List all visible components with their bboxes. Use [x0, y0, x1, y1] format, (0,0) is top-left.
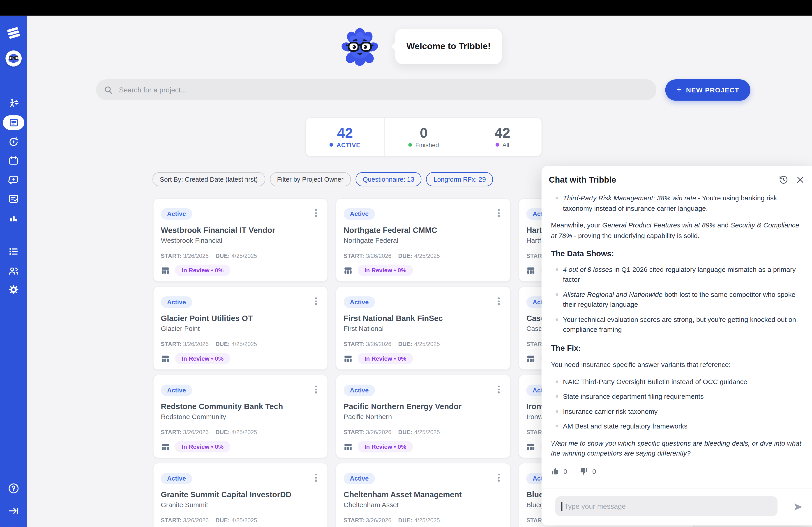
project-card[interactable]: Active Redstone Community Bank Tech Reds…	[153, 375, 328, 458]
card-menu-button[interactable]	[494, 473, 503, 483]
due-label: DUE:	[215, 517, 230, 523]
sync-sparkle-icon[interactable]	[8, 136, 19, 148]
sort-by-label: Sort By: Created Date (latest first)	[160, 176, 258, 183]
bullet-dot	[555, 197, 558, 199]
status-badge: Active	[344, 208, 375, 220]
team-people-icon[interactable]	[8, 265, 19, 276]
chat-bullet: State insurance department filing requir…	[551, 391, 801, 402]
project-card[interactable]: Active Granite Summit Capital InvestorDD…	[153, 463, 328, 527]
status-badge: Active	[344, 297, 375, 308]
start-value: 3/26/2026	[183, 429, 209, 435]
analytics-bars-icon[interactable]	[8, 213, 19, 223]
chat-text: The Data Shows:	[551, 249, 614, 258]
project-card[interactable]: Active Glacier Point Utilities OT Glacie…	[153, 286, 328, 370]
project-title: Granite Summit Capital InvestorDD	[161, 490, 320, 499]
tribble-logo-icon[interactable]	[6, 26, 21, 40]
bullet-dot	[555, 395, 558, 398]
project-org: Cheltenham Asset	[344, 501, 503, 509]
status-badge: Active	[344, 385, 375, 396]
project-org: Pacific Northern	[344, 413, 503, 421]
candidates-icon[interactable]	[8, 97, 19, 109]
card-menu-button[interactable]	[312, 208, 320, 219]
start-value: 3/26/2026	[183, 517, 209, 523]
logout-icon[interactable]	[8, 505, 19, 517]
project-org: Glacier Point	[161, 325, 320, 332]
project-org: Northgate Federal	[344, 237, 503, 244]
project-card[interactable]: Active Pacific Northern Energy Vendor Pa…	[336, 375, 511, 458]
assistant-avatar[interactable]	[5, 50, 21, 66]
project-search[interactable]	[96, 79, 656, 100]
chat-history-icon[interactable]	[779, 175, 788, 185]
calendar-icon[interactable]	[8, 155, 19, 166]
send-icon[interactable]	[793, 501, 804, 513]
project-title: Cheltenham Asset Management	[344, 490, 503, 499]
sort-by-chip[interactable]: Sort By: Created Date (latest first)	[153, 172, 265, 186]
longform-chip[interactable]: Longform RFx: 29	[426, 172, 493, 186]
assistant-chat-icon[interactable]	[8, 174, 19, 186]
stat-active[interactable]: 42 ACTIVE	[306, 118, 385, 156]
settings-gear-icon[interactable]	[8, 284, 19, 295]
table-icon	[526, 354, 535, 363]
card-menu-button[interactable]	[494, 208, 503, 219]
card-menu-button[interactable]	[494, 385, 503, 395]
new-project-button[interactable]: + NEW PROJECT	[665, 79, 750, 101]
project-card[interactable]: Active Westbrook Financial IT Vendor Wes…	[153, 198, 328, 282]
start-label: START:	[161, 253, 182, 259]
plus-icon: +	[677, 85, 682, 95]
chat-message-input[interactable]	[563, 502, 771, 511]
chat-text: 4 out of 8 losses	[563, 265, 612, 273]
chat-close-icon[interactable]	[796, 175, 804, 184]
due-label: DUE:	[398, 341, 412, 347]
search-input[interactable]	[118, 86, 649, 94]
thumbs-down-icon[interactable]	[580, 467, 588, 476]
card-menu-button[interactable]	[312, 385, 320, 395]
project-title: Glacier Point Utilities OT	[161, 314, 320, 322]
status-badge: Active	[161, 208, 192, 220]
stat-all[interactable]: 42 All	[463, 118, 541, 156]
bullet-dot	[555, 293, 558, 296]
start-label: START:	[344, 429, 364, 435]
thumbs-up-icon[interactable]	[551, 467, 559, 476]
filter-chips: Sort By: Created Date (latest first) Fil…	[153, 172, 493, 186]
review-progress-badge: In Review • 0%	[358, 265, 413, 276]
card-menu-button[interactable]	[312, 473, 320, 483]
status-badge: Active	[161, 385, 192, 396]
bullet-dot	[555, 318, 558, 321]
start-label: START:	[161, 341, 182, 347]
card-menu-button[interactable]	[494, 297, 503, 307]
project-card[interactable]: Active Northgate Federal CMMC Northgate …	[336, 198, 511, 282]
project-dates: START: 3/26/2026 DUE: 4/25/2025	[344, 253, 503, 259]
start-value: 3/26/2026	[366, 341, 391, 347]
bullet-dot	[555, 425, 558, 427]
project-card[interactable]: Active Cheltenham Asset Management Chelt…	[336, 463, 511, 527]
queue-list-icon[interactable]	[8, 246, 19, 257]
table-icon	[344, 354, 352, 363]
top-black-bar	[0, 0, 812, 16]
forms-checklist-icon[interactable]	[8, 193, 19, 205]
review-progress-badge: In Review • 0%	[358, 353, 413, 364]
due-value: 4/25/2025	[414, 517, 440, 523]
tribble-mascot	[340, 27, 379, 67]
chat-text: Want me to show you which specific quest…	[551, 439, 801, 457]
finished-dot	[408, 143, 412, 147]
chat-input-box[interactable]	[555, 496, 778, 516]
project-dates: START: 3/26/2026 DUE: 4/25/2025	[161, 341, 320, 347]
sidebar-item-projects-active[interactable]	[3, 116, 24, 130]
stat-finished[interactable]: 0 Finished	[384, 118, 463, 156]
stat-active-label: ACTIVE	[336, 141, 360, 148]
chat-text: State insurance department filing requir…	[563, 392, 704, 400]
chat-text: You need insurance-specific answer varia…	[551, 361, 730, 368]
card-menu-button[interactable]	[312, 297, 320, 307]
project-title: Pacific Northern Energy Vendor	[344, 402, 503, 411]
chat-paragraph: Meanwhile, your General Product Features…	[551, 220, 801, 241]
project-org: Granite Summit	[161, 501, 320, 509]
project-org: Westbrook Financial	[161, 237, 320, 244]
thumbs-up-count: 0	[563, 466, 567, 477]
welcome-text: Welcome to Tribble!	[406, 41, 491, 51]
filter-owner-chip[interactable]: Filter by Project Owner	[270, 172, 351, 186]
questionnaire-chip[interactable]: Questionnaire: 13	[356, 172, 422, 186]
project-stats-card: 42 ACTIVE 0 Finished 42 All	[305, 118, 542, 157]
help-icon[interactable]	[8, 482, 20, 494]
stat-all-value: 42	[495, 125, 510, 140]
project-card[interactable]: Active First National Bank FinSec First …	[336, 286, 511, 370]
